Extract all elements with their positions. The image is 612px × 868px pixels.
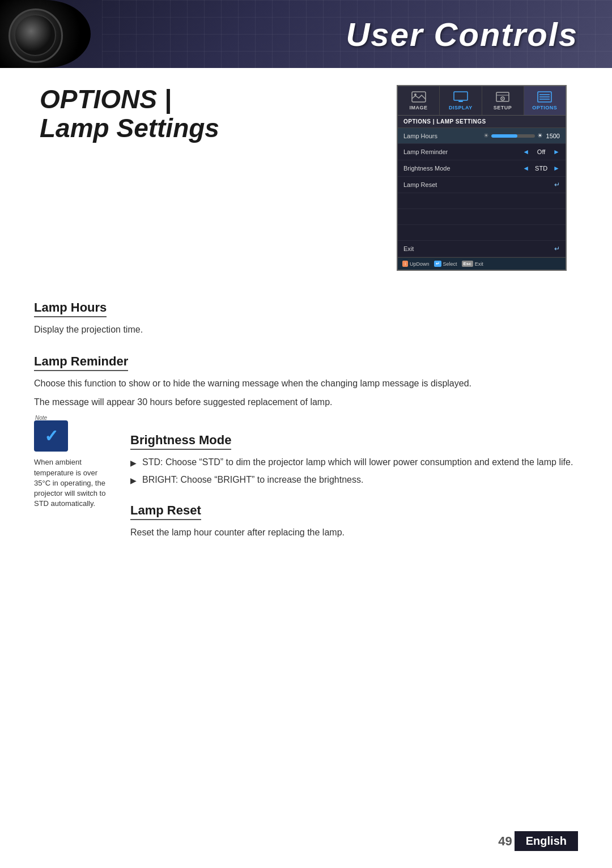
exit-row: Exit ↵ [398,241,566,257]
lamp-bar-fill [491,134,517,138]
lamp-reminder-section: Lamp Reminder Choose this function to sh… [34,342,578,410]
image-tab-icon [411,91,427,103]
display-tab-icon [453,91,469,103]
brightness-bullet-text-2: BRIGHT: Choose “BRIGHT” to increase the … [142,473,363,487]
exit-footer-label: Exit [475,261,483,267]
empty-row-2 [398,209,566,225]
note-sidebar: ✓ When ambient temperature is over 35°C … [34,420,113,509]
note-brightness-area: ✓ When ambient temperature is over 35°C … [34,420,578,544]
brightness-mode-label: Brightness Mode [403,165,519,172]
brightness-bullet-2: ▶ BRIGHT: Choose “BRIGHT” to increase th… [130,473,578,487]
brightness-bullet-1: ▶ STD: Choose “STD” to dim the projector… [130,456,578,470]
lamp-icon-dim: ☀ [483,132,489,139]
menu-ui: IMAGE DISPLAY [397,85,567,271]
svg-rect-3 [458,101,463,102]
lamp-hours-heading: Lamp Hours [34,300,107,317]
updown-label: UpDown [410,261,430,267]
bullet-arrow-2: ▶ [130,475,137,487]
menu-tab-display[interactable]: DISPLAY [440,86,482,115]
lamp-bar-track [491,134,535,138]
exit-enter-icon: ↵ [554,245,560,253]
brightness-mode-value: STD [533,165,550,172]
menu-tab-image[interactable]: IMAGE [398,86,440,115]
lens-decoration [0,0,91,68]
menu-tabs: IMAGE DISPLAY [398,86,566,116]
esc-icon: Esc [462,261,473,267]
content-body: Lamp Hours Display the projection time. … [0,288,612,544]
lamp-hours-row: Lamp Hours ☀ ☀ 1500 [398,128,566,144]
select-label: Select [443,261,457,267]
lamp-hours-section: Lamp Hours Display the projection time. [34,288,578,337]
lamp-reminder-heading: Lamp Reminder [34,354,128,371]
lamp-reminder-text-1: Choose this function to show or to hide … [34,377,578,391]
lamp-reset-description: Reset the lamp hour counter after replac… [130,526,578,540]
brightness-mode-section: Brightness Mode ▶ STD: Choose “STD” to d… [130,420,578,487]
lamp-hours-value: 1500 [546,133,560,139]
updown-icon: ↕ [402,261,408,267]
brightness-arrow-right: ► [553,164,560,172]
menu-screenshot: IMAGE DISPLAY [397,85,578,271]
lamp-reset-label: Lamp Reset [403,181,551,188]
note-badge: ✓ [34,420,68,452]
lamp-reminder-label: Lamp Reminder [403,148,519,155]
svg-point-1 [414,93,416,96]
lamp-reminder-value: Off [533,148,550,155]
note-text: When ambient temperature is over 35°C in… [34,457,113,509]
page-footer: 49 English [498,831,578,851]
footer-select: ↵ Select [434,261,457,267]
lamp-reminder-text-2: The message will appear 30 hours before … [34,395,578,410]
menu-breadcrumb: OPTIONS | LAMP SETTINGS [398,116,566,128]
display-tab-label: DISPLAY [449,105,473,110]
lamp-reminder-row: Lamp Reminder ◄ Off ► [398,144,566,160]
svg-point-7 [502,98,503,99]
note-content: Brightness Mode ▶ STD: Choose “STD” to d… [130,420,578,544]
brightness-bullet-text-1: STD: Choose “STD” to dim the projector l… [142,456,573,470]
note-checkmark: ✓ [44,426,58,446]
options-tab-icon [537,91,552,103]
setup-tab-label: SETUP [494,105,512,110]
menu-tab-options[interactable]: OPTIONS [524,86,566,115]
brightness-mode-row: Brightness Mode ◄ STD ► [398,160,566,177]
empty-row-1 [398,193,566,209]
lamp-hours-description: Display the projection time. [34,323,578,337]
image-tab-label: IMAGE [410,105,428,110]
svg-rect-2 [454,92,468,100]
lamp-icon-bright: ☀ [537,132,543,139]
lamp-hours-bar: ☀ ☀ 1500 [483,132,560,139]
setup-tab-icon [495,91,511,103]
lamp-hours-label: Lamp Hours [403,133,480,139]
setup-icon [495,91,510,103]
page-number: 49 [498,834,512,849]
options-icon [537,91,552,103]
bullet-arrow-1: ▶ [130,457,137,470]
exit-label: Exit [403,245,551,252]
lamp-reset-enter: ↵ [554,181,560,189]
lamp-reset-row: Lamp Reset ↵ [398,177,566,193]
lamp-reminder-arrow-left: ◄ [522,148,529,156]
page-title: User Controls [346,15,578,53]
options-tab-label: OPTIONS [532,105,557,110]
menu-rows: Lamp Hours ☀ ☀ 1500 Lamp Reminder ◄ Off [398,128,566,257]
lamp-reset-heading: Lamp Reset [130,503,201,520]
page-header: User Controls [0,0,612,68]
image-icon [411,91,426,103]
lamp-reset-section: Lamp Reset Reset the lamp hour counter a… [130,491,578,540]
left-section: OPTIONS | Lamp Settings [34,85,374,271]
select-icon: ↵ [434,261,441,267]
main-content: OPTIONS | Lamp Settings IMAGE [0,68,612,288]
page-language: English [515,831,578,851]
empty-row-3 [398,225,566,241]
menu-footer: ↕ UpDown ↵ Select Esc Exit [398,257,566,270]
lamp-reminder-arrow-right: ► [553,148,560,156]
brightness-mode-heading: Brightness Mode [130,433,231,450]
footer-exit: Esc Exit [462,261,483,267]
footer-updown: ↕ UpDown [402,261,430,267]
brightness-arrow-left: ◄ [522,164,529,172]
menu-tab-setup[interactable]: SETUP [482,86,524,115]
section-title: OPTIONS | Lamp Settings [40,85,374,142]
display-icon [453,91,468,103]
